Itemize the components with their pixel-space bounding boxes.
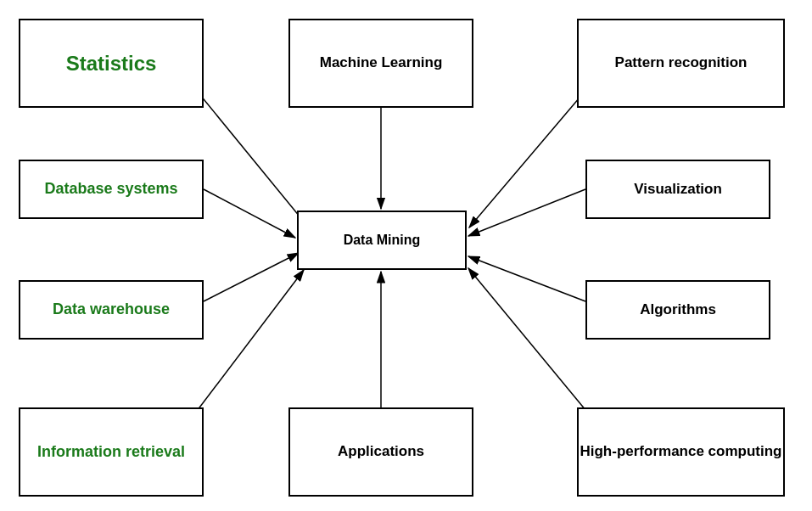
pattern-recognition-label: Pattern recognition: [615, 53, 748, 72]
pattern-recognition-node: Pattern recognition: [577, 19, 785, 108]
machine-learning-label: Machine Learning: [320, 53, 443, 72]
information-retrieval-label: Information retrieval: [37, 442, 185, 462]
svg-line-6: [204, 253, 299, 301]
machine-learning-node: Machine Learning: [288, 19, 473, 108]
visualization-node: Visualization: [585, 160, 770, 219]
svg-line-5: [468, 189, 585, 236]
center-node: Data Mining: [297, 211, 467, 270]
svg-line-10: [468, 268, 594, 420]
center-label: Data Mining: [344, 232, 421, 250]
algorithms-label: Algorithms: [640, 300, 716, 319]
information-retrieval-node: Information retrieval: [19, 407, 204, 497]
svg-line-7: [468, 256, 585, 301]
data-warehouse-node: Data warehouse: [19, 280, 204, 340]
svg-line-4: [204, 189, 295, 238]
data-warehouse-label: Data warehouse: [53, 300, 170, 319]
svg-line-8: [187, 270, 304, 424]
applications-label: Applications: [338, 442, 424, 461]
applications-node: Applications: [288, 407, 473, 497]
svg-line-3: [469, 81, 594, 227]
database-systems-label: Database systems: [44, 179, 177, 199]
diagram-container: Data Mining Statistics Machine Learning …: [0, 0, 812, 511]
high-performance-label: High-performance computing: [580, 442, 781, 461]
statistics-node: Statistics: [19, 19, 204, 108]
algorithms-node: Algorithms: [585, 280, 770, 340]
database-systems-node: Database systems: [19, 160, 204, 219]
high-performance-node: High-performance computing: [577, 407, 785, 497]
statistics-label: Statistics: [66, 50, 157, 76]
visualization-label: Visualization: [634, 180, 722, 199]
